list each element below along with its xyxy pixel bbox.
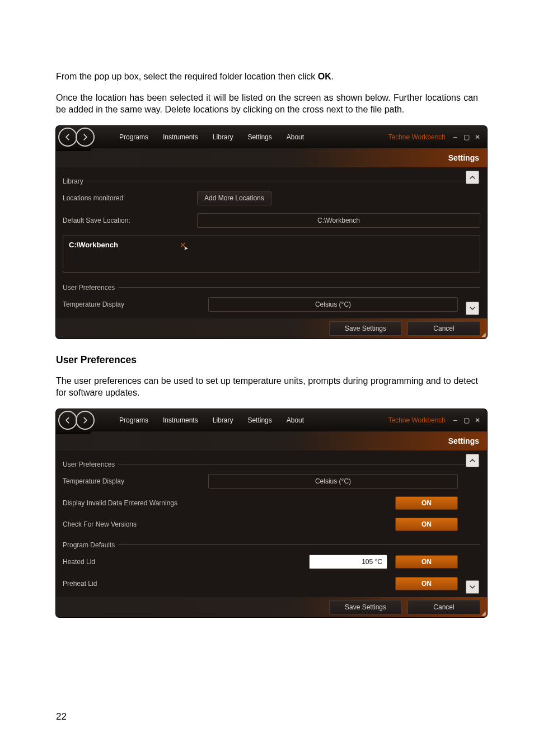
chevron-up-icon — [469, 457, 476, 464]
footer-bar-1: Save Settings Cancel ◢ — [56, 318, 487, 339]
tab-settings[interactable]: Settings — [246, 413, 273, 428]
close-icon[interactable]: ✕ — [474, 133, 481, 141]
row-check-new-versions: Check For New Versions ON — [63, 518, 480, 531]
minimize-icon[interactable]: – — [451, 416, 459, 424]
default-save-location-label: Default Save Location: — [63, 217, 197, 224]
nav-forward-button[interactable] — [76, 411, 95, 430]
locations-monitored-label: Locations monitored: — [63, 194, 197, 202]
section-user-prefs-label: User Preferences — [63, 461, 115, 468]
heated-lid-field[interactable]: 105 °C — [309, 555, 387, 569]
tab-library[interactable]: Library — [212, 413, 235, 428]
app-body-2: User Preferences Temperature Display Cel… — [56, 450, 487, 597]
row-temperature-display-1: Temperature Display Celsius (°C) — [63, 297, 480, 312]
resize-grip-icon[interactable]: ◢ — [481, 331, 486, 337]
temperature-display-field-1[interactable]: Celsius (°C) — [208, 297, 458, 312]
page-heading-bar: Settings — [56, 148, 487, 167]
tab-about[interactable]: About — [285, 413, 305, 428]
row-invalid-data-warnings: Display Invalid Data Entered Warnings ON — [63, 496, 480, 510]
row-preheat-lid: Preheat Lid ON — [63, 577, 480, 590]
monitored-path-1: C:\Workbench — [69, 241, 118, 249]
save-settings-button[interactable]: Save Settings — [329, 600, 402, 614]
save-settings-button[interactable]: Save Settings — [329, 321, 402, 336]
cancel-button[interactable]: Cancel — [407, 321, 480, 336]
close-icon[interactable]: ✕ — [474, 416, 481, 424]
arrow-right-icon — [81, 133, 89, 141]
tab-library[interactable]: Library — [212, 130, 235, 144]
preheat-lid-toggle[interactable]: ON — [395, 577, 458, 590]
chevron-down-icon — [469, 584, 476, 590]
row-locations-monitored: Locations monitored: Add More Locations — [63, 191, 480, 205]
app-window-library: Programs Instruments Library Settings Ab… — [56, 126, 487, 339]
section-program-defaults: Program Defaults — [63, 541, 480, 549]
monitored-paths-box: C:\Workbench ✕➤ — [63, 236, 480, 273]
chevron-down-icon — [469, 305, 476, 312]
heading-user-preferences: User Preferences — [56, 354, 478, 366]
chevron-up-icon — [469, 174, 476, 181]
section-line — [118, 464, 480, 464]
tab-instruments[interactable]: Instruments — [162, 413, 199, 428]
remove-path-button[interactable]: ✕➤ — [180, 241, 186, 250]
section-library: Library — [63, 177, 480, 185]
section-library-label: Library — [63, 177, 83, 185]
check-new-versions-toggle[interactable]: ON — [395, 518, 458, 531]
window-controls: – ▢ ✕ — [451, 416, 481, 424]
intro-line1: From the pop up box, select the required… — [56, 71, 478, 83]
preheat-lid-label: Preheat Lid — [63, 580, 97, 588]
main-tabs: Programs Instruments Library Settings Ab… — [118, 130, 305, 144]
invalid-data-warnings-toggle[interactable]: ON — [395, 496, 458, 510]
temperature-display-label-1: Temperature Display — [63, 300, 208, 308]
maximize-icon[interactable]: ▢ — [462, 416, 470, 424]
maximize-icon[interactable]: ▢ — [462, 133, 470, 141]
app-titlebar: Programs Instruments Library Settings Ab… — [56, 126, 487, 148]
section-line — [118, 287, 480, 288]
section-program-defaults-label: Program Defaults — [63, 541, 115, 549]
cursor-icon: ➤ — [184, 245, 188, 251]
footer-bar-2: Save Settings Cancel ◢ — [56, 597, 487, 617]
minimize-icon[interactable]: – — [451, 133, 459, 141]
temperature-display-label-2: Temperature Display — [63, 477, 208, 485]
resize-grip-icon[interactable]: ◢ — [481, 610, 486, 616]
page-heading: Settings — [448, 153, 479, 162]
add-more-locations-button[interactable]: Add More Locations — [197, 191, 271, 205]
check-new-versions-label: Check For New Versions — [63, 520, 137, 528]
main-tabs-2: Programs Instruments Library Settings Ab… — [118, 413, 305, 428]
arrow-left-icon — [64, 133, 72, 141]
page-heading-bar-2: Settings — [56, 431, 487, 450]
row-temperature-display-2: Temperature Display Celsius (°C) — [63, 474, 480, 489]
heated-lid-toggle[interactable]: ON — [395, 555, 458, 569]
page-number: 22 — [56, 711, 67, 722]
arrow-left-icon — [64, 416, 72, 424]
scroll-up-button[interactable] — [466, 171, 479, 184]
row-heated-lid: Heated Lid 105 °C ON — [63, 555, 480, 569]
default-save-location-field[interactable]: C:\Workbench — [197, 213, 480, 228]
section-user-prefs-2: User Preferences — [63, 461, 480, 468]
app-titlebar-2: Programs Instruments Library Settings Ab… — [56, 409, 487, 431]
section-line — [118, 544, 480, 545]
section-line — [87, 181, 480, 181]
tab-instruments[interactable]: Instruments — [162, 130, 199, 144]
temperature-display-field-2[interactable]: Celsius (°C) — [208, 474, 458, 489]
app-window-userprefs: Programs Instruments Library Settings Ab… — [56, 409, 487, 617]
nav-forward-button[interactable] — [76, 128, 95, 147]
intro-line2: Once the location has been selected it w… — [56, 92, 478, 116]
scroll-down-button[interactable] — [466, 302, 479, 315]
scroll-up-button[interactable] — [466, 454, 479, 467]
window-title: Techne Workbench — [388, 416, 446, 424]
page-heading: Settings — [448, 436, 479, 445]
tab-programs[interactable]: Programs — [118, 130, 149, 144]
heated-lid-label: Heated Lid — [63, 558, 95, 566]
scroll-down-button[interactable] — [466, 580, 479, 594]
cancel-button[interactable]: Cancel — [407, 600, 480, 614]
tab-about[interactable]: About — [285, 130, 305, 144]
nav-back-button[interactable] — [58, 128, 77, 147]
section-user-prefs-1: User Preferences — [63, 284, 480, 292]
window-title: Techne Workbench — [388, 133, 446, 141]
tab-programs[interactable]: Programs — [118, 413, 149, 428]
nav-back-button[interactable] — [58, 411, 77, 430]
userprefs-description: The user preferences can be used to set … — [56, 375, 478, 399]
row-default-save-location: Default Save Location: C:\Workbench — [63, 213, 480, 228]
window-controls: – ▢ ✕ — [451, 133, 481, 141]
app-body-1: Library Locations monitored: Add More Lo… — [56, 167, 487, 318]
invalid-data-warnings-label: Display Invalid Data Entered Warnings — [63, 499, 177, 507]
tab-settings[interactable]: Settings — [246, 130, 273, 144]
